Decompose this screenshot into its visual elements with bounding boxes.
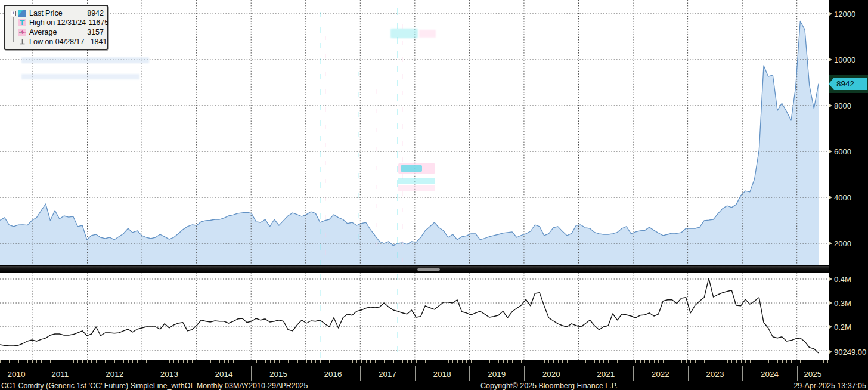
security-description: CC1 Comdty (Generic 1st 'CC' Future) Sim… — [1, 382, 308, 390]
legend-row-low[interactable]: Low on 04/28/17 1841 — [11, 37, 104, 47]
year-label: 2018 — [433, 370, 451, 379]
year-separator — [415, 366, 416, 381]
oi-axis-tick: 0.3M — [834, 299, 851, 307]
year-separator — [469, 366, 470, 381]
open-interest-line — [0, 278, 819, 353]
year-label: 2010 — [7, 370, 25, 379]
axis-tick-arrow-icon — [829, 242, 832, 245]
price-legend[interactable]: + Last Price 8942 High on 12/31/24 11675 — [4, 5, 108, 50]
year-separator — [197, 366, 197, 381]
year-separator — [33, 366, 33, 381]
legend-value: 8942 — [81, 9, 104, 17]
year-separator — [742, 366, 743, 381]
price-area-fill — [0, 21, 819, 266]
legend-expand-icon[interactable]: + — [11, 11, 16, 16]
year-separator — [306, 366, 306, 381]
year-label: 2015 — [269, 370, 287, 379]
legend-row-high[interactable]: High on 12/31/24 11675 — [11, 18, 104, 27]
axis-tick-arrow-icon — [829, 58, 832, 61]
year-separator — [88, 366, 88, 381]
legend-row-average[interactable]: Average 3157 — [11, 27, 104, 37]
legend-value: 1841 — [84, 38, 107, 46]
copyright-text: Copyright© 2025 Bloomberg Finance L.P. — [480, 382, 618, 390]
legend-tree-stub — [19, 42, 22, 42]
axis-tick-arrow-icon — [829, 325, 832, 329]
open-interest-canvas[interactable] — [0, 273, 829, 360]
year-separator — [360, 366, 361, 381]
year-label: 2017 — [379, 370, 396, 379]
year-label: 2022 — [652, 370, 669, 379]
price-line — [0, 21, 819, 246]
price-axis-tick: 10000 — [834, 56, 855, 64]
axis-tick-arrow-icon — [829, 196, 832, 199]
year-label: 2019 — [488, 370, 506, 379]
legend-label: High on 12/31/24 — [29, 18, 86, 27]
price-axis-tick: 2000 — [834, 240, 851, 247]
price-axis-tick: 12000 — [834, 10, 855, 18]
year-label: 2023 — [706, 370, 724, 379]
legend-label: Last Price — [29, 9, 81, 17]
open-interest-panel[interactable]: + Aggregate Open Interest 90249.00 — [0, 273, 829, 360]
axis-tick-arrow-icon — [829, 277, 832, 281]
year-separator — [579, 366, 579, 381]
area-swatch-icon — [18, 10, 26, 17]
panel-separator — [0, 265, 868, 273]
year-label: 2025 — [804, 370, 822, 379]
panel-separator-grip[interactable] — [417, 268, 440, 271]
price-panel[interactable]: + Last Price 8942 High on 12/31/24 11675 — [0, 0, 829, 265]
year-label: 2020 — [542, 370, 560, 379]
bloomberg-chart-window: + Last Price 8942 High on 12/31/24 11675 — [0, 0, 868, 390]
axis-tick-arrow-icon — [829, 350, 832, 354]
oi-axis-tick: 0.2M — [834, 323, 851, 331]
year-label: 2024 — [761, 370, 779, 379]
year-separator — [797, 366, 798, 381]
last-price-axis-label: 8942 — [829, 78, 867, 90]
axis-tick-arrow-icon — [829, 150, 832, 153]
legend-tree-stub — [19, 32, 22, 33]
year-separator — [251, 366, 252, 381]
year-label: 2013 — [160, 370, 178, 379]
right-axis: 8942 200040006000800010000120000.4M0.3M0… — [829, 0, 868, 390]
legend-label: Low on 04/28/17 — [29, 38, 84, 46]
year-label: 2014 — [215, 370, 232, 379]
legend-value: 11675 — [86, 18, 108, 27]
price-axis-tick: 8000 — [834, 102, 851, 110]
price-axis-tick: 6000 — [834, 148, 851, 156]
legend-row-last-price[interactable]: + Last Price 8942 — [11, 8, 104, 18]
axis-tick-arrow-icon — [829, 12, 832, 16]
year-label: 2021 — [597, 370, 615, 379]
legend-value: 3157 — [81, 28, 104, 36]
year-separator — [142, 366, 142, 381]
oi-last-value-label: 90249.00 — [834, 348, 866, 356]
axis-tick-arrow-icon — [829, 301, 832, 305]
oi-axis-tick: 0.4M — [834, 276, 851, 283]
x-axis-years: 2010201120122013201420152016201720182019… — [0, 363, 868, 382]
year-label: 2016 — [324, 370, 342, 379]
legend-tree-stub — [19, 23, 22, 23]
axis-tick-arrow-icon — [829, 104, 832, 107]
year-separator — [688, 366, 689, 381]
price-chart-canvas[interactable] — [0, 0, 829, 265]
year-separator — [633, 366, 634, 381]
price-axis-tick: 4000 — [834, 194, 851, 202]
year-label: 2011 — [51, 370, 69, 379]
status-bar: CC1 Comdty (Generic 1st 'CC' Future) Sim… — [0, 382, 868, 390]
year-label: 2012 — [106, 370, 123, 379]
timestamp: 29-Apr-2025 13:37:05 — [793, 382, 866, 390]
legend-label: Average — [29, 28, 81, 36]
year-separator — [524, 366, 525, 381]
